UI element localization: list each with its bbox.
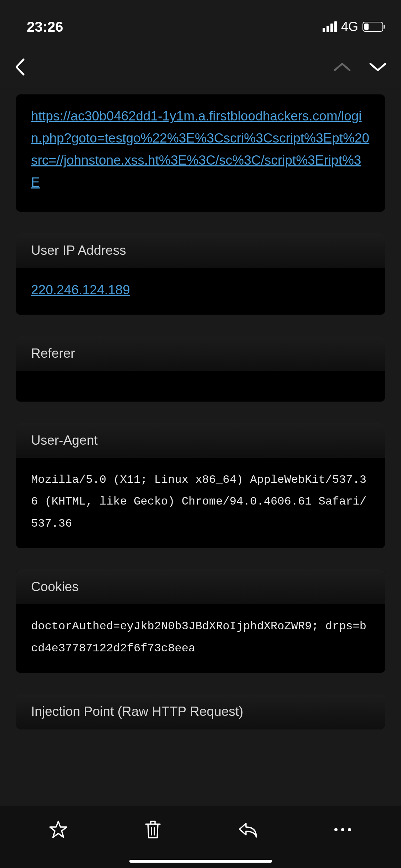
favorite-button[interactable] (48, 820, 68, 839)
cookies-card: Cookies doctorAuthed=eyJkb2N0b3JBdXRoIjp… (16, 569, 385, 673)
status-right: 4G (323, 19, 383, 34)
url-link[interactable]: https://ac30b0462dd1-1y1m.a.firstbloodha… (31, 109, 369, 190)
useragent-card: User-Agent Mozilla/5.0 (X11; Linux x86_6… (16, 423, 385, 548)
reply-button[interactable] (238, 820, 258, 839)
cookies-value: doctorAuthed=eyJkb2N0b3JBdXRoIjphdXRoZWR… (31, 615, 370, 659)
ip-header: User IP Address (16, 233, 385, 268)
status-bar: 23:26 4G (0, 0, 401, 46)
battery-icon (363, 22, 383, 32)
referer-card: Referer (16, 336, 385, 402)
injection-card: Injection Point (Raw HTTP Request) (16, 694, 385, 729)
more-icon (334, 828, 351, 831)
cookies-header: Cookies (16, 569, 385, 605)
network-type: 4G (341, 19, 358, 34)
delete-button[interactable] (143, 820, 163, 839)
injection-header: Injection Point (Raw HTTP Request) (16, 694, 385, 729)
trash-icon (144, 820, 161, 839)
useragent-value: Mozilla/5.0 (X11; Linux x86_64) AppleWeb… (31, 469, 370, 534)
bottom-toolbar (0, 806, 401, 868)
signal-icon (323, 21, 337, 32)
ip-link[interactable]: 220.246.124.189 (31, 283, 130, 297)
star-icon (48, 820, 68, 839)
more-button[interactable] (333, 820, 353, 839)
status-time: 23:26 (27, 19, 63, 35)
ip-card: User IP Address 220.246.124.189 (16, 233, 385, 315)
next-button[interactable] (369, 62, 387, 74)
prev-button[interactable] (333, 62, 351, 74)
url-card: https://ac30b0462dd1-1y1m.a.firstbloodha… (16, 94, 385, 212)
referer-header: Referer (16, 336, 385, 371)
reply-icon (238, 821, 258, 838)
back-button[interactable] (14, 58, 26, 77)
home-indicator[interactable] (129, 860, 272, 863)
referer-value (16, 371, 385, 402)
nav-header (0, 46, 401, 89)
content-area[interactable]: https://ac30b0462dd1-1y1m.a.firstbloodha… (0, 89, 401, 806)
useragent-header: User-Agent (16, 423, 385, 458)
